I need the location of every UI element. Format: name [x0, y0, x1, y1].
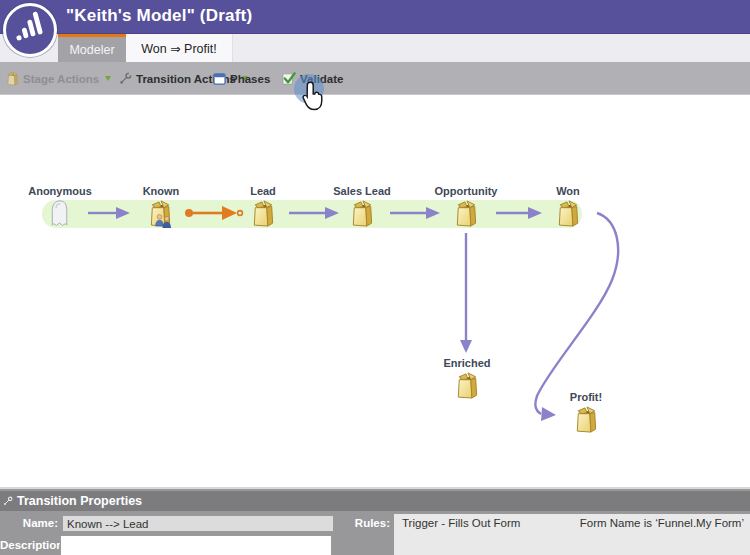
stage-node-opportunity[interactable]: Opportunity [421, 185, 511, 232]
phases-window-icon [213, 73, 226, 85]
wrench-icon [3, 496, 13, 506]
stage-label: Lead [218, 185, 308, 197]
stage-actions-button[interactable]: Stage Actions [6, 62, 111, 95]
tab-strip: Modeler Won ⇒ Profit! [0, 33, 750, 62]
box-icon [555, 199, 581, 228]
name-input[interactable] [62, 515, 334, 532]
stage-label: Known [116, 185, 206, 197]
ghost-icon [47, 199, 73, 228]
stage-node-profit[interactable]: Profit! [541, 391, 631, 438]
stage-label: Sales Lead [317, 185, 407, 197]
panel-title: Transition Properties [17, 494, 142, 508]
tab-modeler-label: Modeler [69, 43, 114, 57]
box-icon [349, 199, 375, 228]
phases-button[interactable]: Phases [213, 62, 270, 95]
rule-trigger: Trigger - Fills Out Form [402, 517, 520, 529]
phases-label: Phases [230, 73, 270, 85]
tab-won-profit-label: Won ⇒ Profit! [141, 41, 217, 56]
transition-arrows [0, 95, 750, 487]
app-header: "Keith's Model" (Draft) [0, 0, 750, 33]
rules-label: Rules: [330, 517, 390, 529]
stage-node-known[interactable]: Known [116, 185, 206, 232]
wrench-icon [119, 72, 132, 85]
box-icon [453, 199, 479, 228]
transition-opportunity-enriched[interactable] [460, 233, 472, 353]
stage-label: Enriched [422, 357, 512, 369]
stage-node-anonymous[interactable]: Anonymous [15, 185, 105, 232]
transition-properties-panel: Transition Properties Name: Description:… [0, 487, 750, 555]
stage-node-lead[interactable]: Lead [218, 185, 308, 232]
stage-label: Won [523, 185, 613, 197]
transition-won-profit[interactable] [535, 213, 618, 421]
marketo-logo-glyph [6, 6, 48, 48]
model-canvas[interactable]: Anonymous Known Lead Sale [0, 95, 750, 487]
stage-node-enriched[interactable]: Enriched [422, 357, 512, 404]
description-label: Description: [0, 539, 58, 551]
toolbar: Stage Actions Transition Actions Phases … [0, 62, 750, 95]
stage-label: Profit! [541, 391, 631, 403]
box-people-icon [147, 199, 175, 228]
tab-won-profit[interactable]: Won ⇒ Profit! [126, 34, 233, 63]
panel-header[interactable]: Transition Properties [0, 491, 750, 511]
box-icon [454, 371, 480, 400]
page-title: "Keith's Model" (Draft) [66, 6, 252, 26]
rules-box: Trigger - Fills Out Form Form Name is ‘F… [394, 514, 750, 555]
description-input[interactable] [60, 535, 332, 555]
marketo-logo [3, 3, 57, 57]
hand-cursor-icon [297, 80, 325, 118]
stage-node-sales-lead[interactable]: Sales Lead [317, 185, 407, 232]
box-icon [250, 199, 276, 228]
stage-label: Anonymous [15, 185, 105, 197]
rule-detail: Form Name is ‘Funnel.My Form’ [580, 517, 744, 529]
box-icon [573, 405, 599, 434]
tab-modeler[interactable]: Modeler [58, 34, 126, 63]
rule-row[interactable]: Trigger - Fills Out Form Form Name is ‘F… [394, 514, 750, 529]
stage-box-icon [6, 71, 19, 86]
stage-actions-label: Stage Actions [23, 73, 99, 85]
stage-label: Opportunity [421, 185, 511, 197]
stage-actions-dropdown-icon [105, 76, 111, 81]
stage-node-won[interactable]: Won [523, 185, 613, 232]
name-label: Name: [0, 517, 58, 529]
